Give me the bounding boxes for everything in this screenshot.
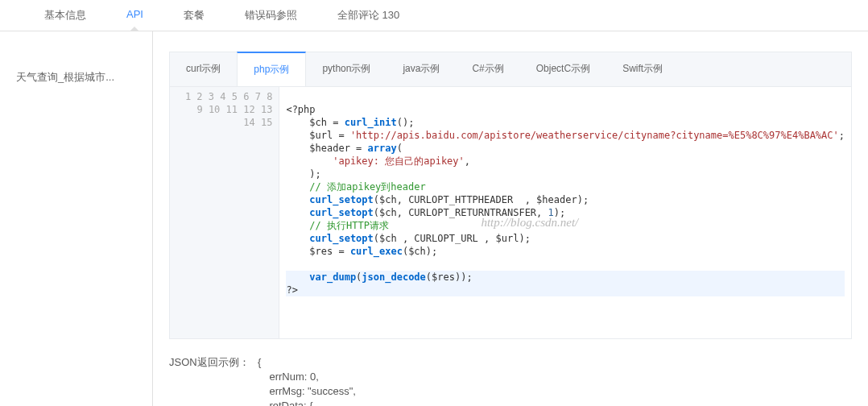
tab-errcode[interactable]: 错误码参照 <box>225 0 317 31</box>
code-line: $header = array( <box>286 142 845 155</box>
code-line <box>286 258 845 271</box>
lang-tab-python[interactable]: python示例 <box>306 52 386 86</box>
code-line: curl_setopt($ch, CURLOPT_RETURNTRANSFER,… <box>286 206 845 219</box>
code-line: // 添加apikey到header <box>286 180 845 193</box>
sidebar-item-weather[interactable]: 天气查询_根据城市... <box>0 64 152 91</box>
main-area: 天气查询_根据城市... curl示例 php示例 python示例 java示… <box>0 31 868 406</box>
lang-tab-php[interactable]: php示例 <box>237 52 306 86</box>
sidebar: 天气查询_根据城市... <box>0 31 153 406</box>
code-line: $res = curl_exec($ch); <box>286 245 845 258</box>
json-content: { errNum: 0, errMsg: "success", retData:… <box>258 355 441 406</box>
code-line: <?php <box>286 103 845 116</box>
code-line: curl_setopt($ch, CURLOPT_HTTPHEADER , $h… <box>286 193 845 206</box>
code-line: curl_setopt($ch , CURLOPT_URL , $url); <box>286 232 845 245</box>
lang-tabs: curl示例 php示例 python示例 java示例 C#示例 Object… <box>169 52 852 87</box>
json-label: JSON返回示例： <box>169 355 258 406</box>
code-line: ); <box>286 168 845 180</box>
tab-basic[interactable]: 基本信息 <box>24 0 106 31</box>
code-line: var_dump(json_decode($res)); <box>286 271 845 284</box>
code-line: 'apikey: 您自己的apikey', <box>286 155 845 168</box>
code-lines[interactable]: <?php $ch = curl_init(); $url = 'http://… <box>279 87 851 338</box>
lang-tab-csharp[interactable]: C#示例 <box>456 52 519 86</box>
code-line: // 执行HTTP请求 <box>286 219 845 232</box>
lang-tab-objectc[interactable]: ObjectC示例 <box>520 52 606 86</box>
tab-api[interactable]: API <box>106 0 163 31</box>
tab-comments[interactable]: 全部评论 130 <box>317 0 420 31</box>
code-line: $url = 'http://apis.baidu.com/apistore/w… <box>286 129 845 142</box>
line-gutter: 1 2 3 4 5 6 7 8 9 10 11 12 13 14 15 <box>170 87 279 338</box>
lang-tab-java[interactable]: java示例 <box>386 52 456 86</box>
content: curl示例 php示例 python示例 java示例 C#示例 Object… <box>153 31 868 406</box>
top-tabs: 基本信息 API 套餐 错误码参照 全部评论 130 <box>0 0 868 31</box>
tab-package[interactable]: 套餐 <box>163 0 225 31</box>
lang-tab-swift[interactable]: Swift示例 <box>606 52 679 86</box>
lang-tab-curl[interactable]: curl示例 <box>170 52 237 86</box>
json-example: JSON返回示例： { errNum: 0, errMsg: "success"… <box>169 355 852 406</box>
code-box: 1 2 3 4 5 6 7 8 9 10 11 12 13 14 15 <?ph… <box>169 87 852 339</box>
code-line: $ch = curl_init(); <box>286 116 845 129</box>
code-line: ?> <box>286 284 845 296</box>
